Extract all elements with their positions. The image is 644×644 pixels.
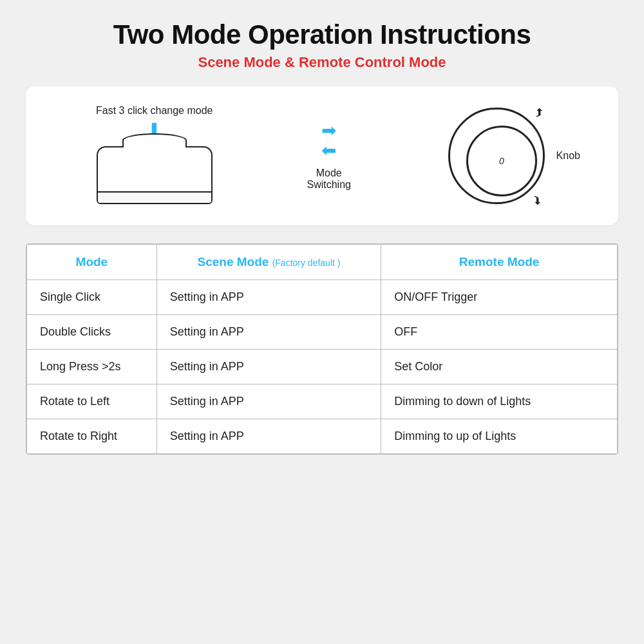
diagram-right: 0 ⮭ ⮯ Knob <box>445 104 548 207</box>
svg-text:⮭: ⮭ <box>534 106 545 118</box>
operation-table: Mode Scene Mode (Factory default ) Remot… <box>26 244 618 454</box>
cell-remote-0: ON/OFF Trigger <box>381 280 618 315</box>
cell-mode-4: Rotate to Right <box>27 419 157 454</box>
cell-mode-1: Double Clicks <box>27 315 157 350</box>
table-body: Single Click Setting in APP ON/OFF Trigg… <box>27 280 618 454</box>
header-mode: Mode <box>27 245 157 280</box>
diagram-box: Fast 3 click change mode ⬇ ➡ ⬅ ModeSwitc… <box>26 86 618 225</box>
cell-remote-4: Dimming to up of Lights <box>381 419 618 454</box>
cell-mode-0: Single Click <box>27 280 157 315</box>
mode-switch: ➡ ⬅ ModeSwitching <box>307 121 350 191</box>
remote-device-illustration <box>97 146 213 204</box>
knob-label: Knob <box>556 150 580 162</box>
diagram-left: Fast 3 click change mode ⬇ <box>96 105 213 207</box>
table-row: Double Clicks Setting in APP OFF <box>27 315 618 350</box>
cell-mode-3: Rotate to Left <box>27 384 157 419</box>
table-header-row: Mode Scene Mode (Factory default ) Remot… <box>27 245 618 280</box>
subtitle: Scene Mode & Remote Control Mode <box>198 54 446 71</box>
header-remote: Remote Mode <box>381 245 618 280</box>
svg-text:⮯: ⮯ <box>532 194 544 207</box>
knob-illustration: 0 ⮭ ⮯ Knob <box>445 104 548 207</box>
table-row: Single Click Setting in APP ON/OFF Trigg… <box>27 280 618 315</box>
cell-scene-2: Setting in APP <box>156 350 381 384</box>
cell-scene-4: Setting in APP <box>156 419 381 454</box>
cell-remote-2: Set Color <box>381 350 618 384</box>
table-container: Mode Scene Mode (Factory default ) Remot… <box>26 243 618 455</box>
remote-bottom-strip <box>98 191 211 203</box>
cell-remote-1: OFF <box>381 315 618 350</box>
page-container: Two Mode Operation Instructions Scene Mo… <box>0 0 644 644</box>
switch-arrows-icon: ➡ ⬅ <box>321 121 336 161</box>
cell-scene-0: Setting in APP <box>156 280 381 315</box>
cell-scene-1: Setting in APP <box>156 315 381 350</box>
table-row: Rotate to Left Setting in APP Dimming to… <box>27 384 618 419</box>
main-title: Two Mode Operation Instructions <box>113 19 531 50</box>
cell-remote-3: Dimming to down of Lights <box>381 384 618 419</box>
table-row: Rotate to Right Setting in APP Dimming t… <box>27 419 618 454</box>
table-row: Long Press >2s Setting in APP Set Color <box>27 350 618 384</box>
header-scene-sub: (Factory default ) <box>272 258 341 268</box>
cell-scene-3: Setting in APP <box>156 384 381 419</box>
fast-click-label: Fast 3 click change mode <box>96 105 213 117</box>
cell-mode-2: Long Press >2s <box>27 350 157 384</box>
remote-top-bump <box>122 133 187 147</box>
switch-label: ModeSwitching <box>307 167 350 191</box>
knob-rotation-arrows: ⮭ ⮯ <box>445 104 548 207</box>
header-scene: Scene Mode (Factory default ) <box>156 245 381 280</box>
